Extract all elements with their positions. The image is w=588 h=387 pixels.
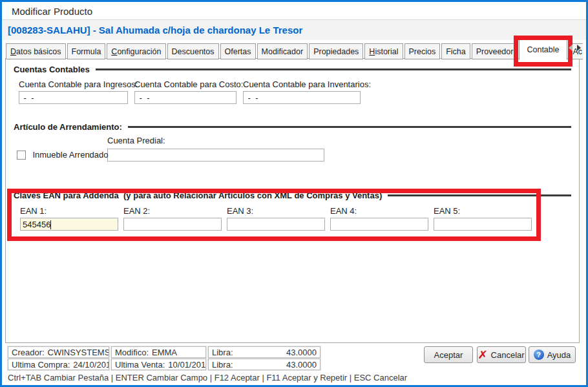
tab-label: Precios [409, 47, 436, 56]
aceptar-button[interactable]: Aceptar [424, 346, 473, 363]
ayuda-button[interactable]: ? Ayuda [529, 346, 576, 363]
arrendamiento-section-header: Artículo de Arrendamiento: [14, 122, 571, 132]
ultima-venta-label: Ultima Venta: [115, 360, 165, 370]
ultima-compra-label: Ultima Compra: [12, 360, 70, 370]
tab-label: D [10, 47, 16, 56]
tab-modificador[interactable]: Modificador [257, 43, 308, 59]
cuenta-predial-label: Cuenta Predial: [107, 136, 165, 145]
libra-label: Libra: [212, 360, 233, 370]
ultima-compra-info-box: Ultima Compra: 24/10/2011 [8, 359, 109, 370]
tab-label: onfiguración [117, 47, 161, 56]
cuenta-inventarios-label: Cuenta Contable para Inventarios: [243, 79, 361, 89]
product-title: [008283-SALAHU] - Sal Ahumada c/hoja de … [8, 25, 302, 36]
cuenta-ingresos-field-group: Cuenta Contable para Ingresos: [19, 79, 128, 104]
ean-section-header: Claves EAN para Addenda (y para auto Rel… [14, 191, 571, 200]
section-title: Artículo de Arrendamiento: [14, 122, 122, 132]
inmueble-arrendado-label: Inmueble Arrendado [32, 150, 108, 160]
cuenta-predial-input[interactable] [107, 149, 324, 162]
ean-4-input[interactable] [330, 218, 428, 231]
ean-5-field-group: EAN 5: [434, 206, 532, 231]
tab-scroll-left-icon[interactable] [569, 45, 572, 51]
cuentas-contables-section-header: Cuentas Contables [14, 65, 571, 74]
tab-descuentos[interactable]: Descuentos [167, 43, 219, 59]
libra-value: 43.0000 [286, 360, 317, 370]
cancel-x-icon: ✗ [478, 350, 488, 361]
tab-label: H [369, 47, 375, 56]
ean-2-input[interactable] [123, 218, 222, 231]
ean-1-label: EAN 1: [20, 206, 118, 216]
ean-1-field-group: EAN 1: [20, 206, 118, 231]
cuenta-ingresos-label: Cuenta Contable para Ingresos: [19, 79, 128, 89]
tab-label: Descuentos [172, 47, 215, 56]
tab-precios[interactable]: Precios [404, 43, 441, 59]
creador-value: CWINSYSTEMS [48, 348, 109, 357]
contable-tab-page: Cuentas Contables Cuenta Contable para I… [5, 58, 580, 343]
ultima-venta-value: 10/01/2018 [168, 360, 206, 370]
tab-scroll-right-icon[interactable] [577, 45, 581, 51]
tab-label: Ofertas [225, 47, 251, 56]
cuenta-costo-label: Cuenta Contable para Costo: [134, 79, 236, 89]
section-title: Cuentas Contables [14, 65, 90, 74]
tab-label: Formula [72, 47, 101, 56]
ean-5-label: EAN 5: [434, 206, 532, 216]
ean-5-input[interactable] [434, 218, 532, 231]
tab-label: C [111, 47, 117, 56]
ean-3-field-group: EAN 3: [227, 206, 325, 231]
ean-4-field-group: EAN 4: [330, 206, 428, 231]
modifico-label: Modifico: [115, 348, 149, 357]
creador-label: Creador: [12, 348, 45, 357]
inmueble-arrendado-checkbox-group: Inmueble Arrendado [17, 149, 109, 160]
tab-formula[interactable]: Formula [67, 43, 106, 59]
aceptar-button-label: Aceptar [434, 350, 463, 360]
libra-info-box-1: Libra: 43.0000 [208, 346, 320, 358]
tab-label: Ficha [446, 47, 466, 56]
title-bar: Modificar Producto [2, 2, 586, 19]
cuenta-ingresos-input[interactable] [19, 91, 128, 104]
cuenta-costo-field-group: Cuenta Contable para Costo: [134, 79, 236, 104]
tab-strip: Datos básicos Formula Configuración Desc… [6, 36, 583, 59]
tab-ficha[interactable]: Ficha [441, 43, 470, 59]
tab-configuracion[interactable]: Configuración [107, 43, 165, 59]
modificar-producto-window: Modificar Producto [008283-SALAHU] - Sal… [0, 0, 588, 387]
tab-label: Proveedor [476, 47, 514, 56]
tab-scroll-controls [569, 45, 581, 51]
cuenta-inventarios-field-group: Cuenta Contable para Inventarios: [243, 79, 361, 104]
tab-label: Modificador [262, 47, 304, 56]
status-bar: Ctrl+TAB Cambiar Pestaña | ENTER Cambiar… [8, 373, 407, 382]
text-caret [50, 220, 51, 229]
section-divider-line [96, 68, 571, 70]
modifico-info-box: Modifico: EMMA [111, 346, 206, 358]
creador-info-box: Creador: CWINSYSTEMS [8, 346, 109, 358]
ultima-venta-info-box: Ultima Venta: 10/01/2018 [111, 359, 206, 370]
tab-ofertas[interactable]: Ofertas [220, 43, 256, 59]
tab-label: atos básicos [16, 47, 61, 56]
tab-datos-basicos[interactable]: Datos básicos [6, 43, 66, 59]
cuenta-costo-input[interactable] [134, 91, 236, 104]
section-divider-line [388, 194, 571, 196]
libra-value: 43.0000 [286, 348, 317, 357]
cuenta-inventarios-input[interactable] [243, 91, 361, 104]
tab-proveedor[interactable]: Proveedor [472, 43, 518, 59]
ean-2-field-group: EAN 2: [123, 206, 222, 231]
tab-propiedades[interactable]: Propiedades [309, 43, 363, 59]
inmueble-arrendado-checkbox[interactable] [17, 151, 26, 160]
ultima-compra-value: 24/10/2011 [73, 360, 109, 370]
cancelar-button[interactable]: ✗ Cancelar [477, 346, 526, 363]
tab-label: Propiedades [313, 47, 359, 56]
window-title: Modificar Producto [12, 6, 92, 17]
tab-historial[interactable]: Historial [364, 43, 403, 59]
cancelar-button-label: Cancelar [491, 350, 525, 360]
ean-1-input[interactable] [20, 218, 118, 231]
section-title: Claves EAN para Addenda (y para auto Rel… [14, 191, 382, 200]
ean-3-input[interactable] [227, 218, 325, 231]
help-question-icon: ? [534, 350, 544, 360]
ean-2-label: EAN 2: [123, 206, 222, 216]
tab-label: Contable [527, 45, 559, 54]
ean-4-label: EAN 4: [330, 206, 428, 216]
section-divider-line [128, 126, 571, 128]
ayuda-button-label: Ayuda [547, 350, 571, 360]
tab-contable[interactable]: Contable [519, 38, 567, 60]
tab-label: istorial [375, 47, 398, 56]
libra-info-box-2: Libra: 43.0000 [208, 359, 320, 370]
modifico-value: EMMA [152, 348, 177, 357]
